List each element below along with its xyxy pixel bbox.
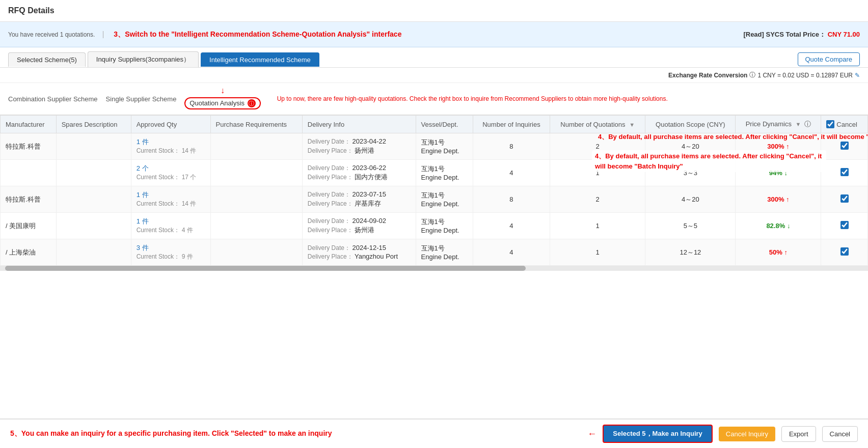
del-date-val-5: 2024-12-15 — [352, 244, 387, 251]
cell-purchase-5 — [210, 239, 302, 266]
del-date-label-2: Delivery Date： — [308, 164, 350, 172]
cell-scope-4: 5～5 — [645, 213, 736, 239]
price-pct-1: 300% — [767, 143, 784, 150]
cell-description-5 — [56, 239, 131, 266]
del-date-label-1: Delivery Date： — [308, 138, 350, 145]
cell-qty-4: 1 件 Current Stock： 4 件 — [131, 213, 210, 239]
del-date-label-3: Delivery Date： — [308, 191, 350, 198]
table-row: / 美国康明 1 件 Current Stock： 4 件 Delivery D… — [1, 213, 868, 239]
row-checkbox-4[interactable] — [840, 221, 849, 229]
th-cancel: Cancel 4、By default, all purchase items … — [821, 116, 868, 133]
cell-delivery-4: Delivery Date： 2024-09-02 Delivery Place… — [302, 213, 416, 239]
quotation-analysis-label: Quotation Analysis — [189, 99, 245, 107]
table-row: 特拉斯.科普 1 件 Current Stock： 14 件 Delivery … — [1, 186, 868, 213]
cell-manufacturer-4: / 美国康明 — [1, 213, 57, 239]
tab-inquiry-suppliers[interactable]: Inquiry Suppliers(3companies） — [88, 51, 199, 67]
stock-value-5: 9 件 — [182, 253, 193, 260]
sub-tab-bar: Combination Supplier Scheme Single Suppl… — [0, 83, 868, 115]
table-row: 特拉斯.科普 1 件 Current Stock： 14 件 Delivery … — [1, 133, 868, 160]
quote-compare-button[interactable]: Quote Compare — [798, 52, 860, 66]
cancel-all-checkbox[interactable] — [826, 120, 834, 128]
qty-link-4[interactable]: 1 件 — [137, 217, 149, 225]
del-place-label-1: Delivery Place： — [308, 147, 353, 154]
cell-manufacturer-2 — [1, 160, 57, 186]
table-body: 特拉斯.科普 1 件 Current Stock： 14 件 Delivery … — [1, 133, 868, 266]
cancel-inquiry-button[interactable]: Cancel Inquiry — [719, 427, 775, 441]
edit-exchange-rate-icon[interactable]: ✎ — [855, 72, 860, 79]
price-pct-5: 50% — [769, 248, 782, 256]
del-place-label-5: Delivery Place： — [308, 253, 353, 260]
table-header-row: Manufacturer Spares Description Approved… — [1, 116, 868, 133]
th-price-dynamics: Price Dynamics ▼ ⓘ — [736, 116, 821, 133]
tab-intelligent-scheme[interactable]: Intelligent Recommended Scheme — [201, 52, 319, 67]
cell-inquiries-5: 4 — [473, 239, 550, 266]
cancel-button[interactable]: Cancel — [822, 426, 858, 442]
stock-value-2: 17 个 — [182, 174, 197, 181]
cell-delivery-2: Delivery Date： 2023-06-22 Delivery Place… — [302, 160, 416, 186]
cancel-label: Cancel — [836, 121, 857, 128]
qty-link-3[interactable]: 1 件 — [137, 191, 149, 199]
cell-vessel-2: 互海1号 Engine Dept. — [416, 160, 473, 186]
del-place-val-1: 扬州港 — [355, 147, 374, 154]
cell-price-2: 94% ↓ — [736, 160, 821, 186]
stock-label-3: Current Stock： — [137, 200, 180, 207]
cell-purchase-1 — [210, 133, 302, 160]
purchase-req-label: Purchase Requirements — [216, 121, 287, 128]
del-place-val-5: Yangzhou Port — [355, 253, 398, 260]
th-quotations: Number of Quotations ▼ — [550, 116, 645, 133]
qty-link-1[interactable]: 1 件 — [137, 138, 149, 146]
dept-3: Engine Dept. — [421, 200, 459, 208]
cancel-header-wrap: Cancel — [826, 120, 862, 128]
quotations-label: Number of Quotations — [560, 121, 625, 128]
del-date-label-5: Delivery Date： — [308, 244, 350, 251]
price-pct-2: 94% — [769, 169, 782, 177]
qty-link-2[interactable]: 2 个 — [137, 164, 149, 172]
exchange-rate-row: Exchange Rate Conversion ⓘ 1 CNY = 0.02 … — [0, 68, 868, 83]
del-place-val-3: 岸基库存 — [355, 200, 381, 207]
price-sort-icon[interactable]: ▼ — [796, 121, 801, 127]
row-checkbox-3[interactable] — [840, 194, 849, 203]
cell-price-5: 50% ↑ — [736, 239, 821, 266]
quotation-analysis-arrow: ↓ — [221, 86, 225, 95]
sub-tab-quotation-analysis[interactable]: Quotation Analysis ⓘ — [184, 95, 260, 111]
dept-1: Engine Dept. — [421, 147, 459, 155]
vessel-4: 互海1号 — [421, 218, 445, 226]
make-inquiry-button[interactable]: Selected 5，Make an Inquiry — [603, 425, 713, 443]
row-checkbox-5[interactable] — [840, 247, 849, 256]
row-checkbox-1[interactable] — [840, 142, 849, 150]
cell-qty-3: 1 件 Current Stock： 14 件 — [131, 186, 210, 213]
stock-label-2: Current Stock： — [137, 174, 180, 181]
qty-link-5[interactable]: 3 件 — [137, 244, 149, 251]
bottom-footer: 5、You can make an inquiry for a specific… — [0, 418, 868, 448]
th-description: Spares Description — [56, 116, 131, 133]
exchange-rate-label: Exchange Rate Conversion — [668, 72, 747, 79]
stock-label-1: Current Stock： — [137, 147, 180, 154]
vessel-3: 互海1号 — [421, 191, 445, 199]
horizontal-scrollbar[interactable] — [0, 266, 868, 271]
row-checkbox-2[interactable] — [840, 168, 849, 176]
quotations-sort-icon[interactable]: ▼ — [629, 122, 635, 128]
export-button[interactable]: Export — [781, 426, 816, 442]
sub-tab-single[interactable]: Single Supplier Scheme — [106, 93, 177, 105]
scrollbar-thumb[interactable] — [5, 266, 526, 271]
vessel-2: 互海1号 — [421, 165, 445, 173]
tab-selected-scheme[interactable]: Selected Scheme(5) — [8, 52, 86, 67]
quotation-analysis-table: Manufacturer Spares Description Approved… — [0, 115, 868, 266]
cell-delivery-5: Delivery Date： 2024-12-15 Delivery Place… — [302, 239, 416, 266]
exchange-rate-info-icon: ⓘ — [749, 71, 755, 79]
price-pct-4: 82.8% — [766, 222, 785, 230]
main-table-area: Manufacturer Spares Description Approved… — [0, 115, 868, 296]
th-vessel: Vessel/Dept. — [416, 116, 473, 133]
cell-scope-1: 4～20 — [645, 133, 736, 160]
del-date-val-4: 2024-09-02 — [352, 217, 387, 225]
sub-tab-combination[interactable]: Combination Supplier Scheme — [8, 93, 98, 105]
cell-scope-2: 3～3 — [645, 160, 736, 186]
cell-description-1 — [56, 133, 131, 160]
sycs-label: SYCS Total Price： — [766, 31, 826, 38]
del-date-val-3: 2023-07-15 — [352, 190, 387, 198]
table-row: 2 个 Current Stock： 17 个 Delivery Date： 2… — [1, 160, 868, 186]
cell-purchase-4 — [210, 213, 302, 239]
del-place-label-4: Delivery Place： — [308, 227, 353, 234]
quotation-received-notice: You have received 1 quotations. — [8, 31, 103, 38]
cell-inquiries-3: 8 — [473, 186, 550, 213]
